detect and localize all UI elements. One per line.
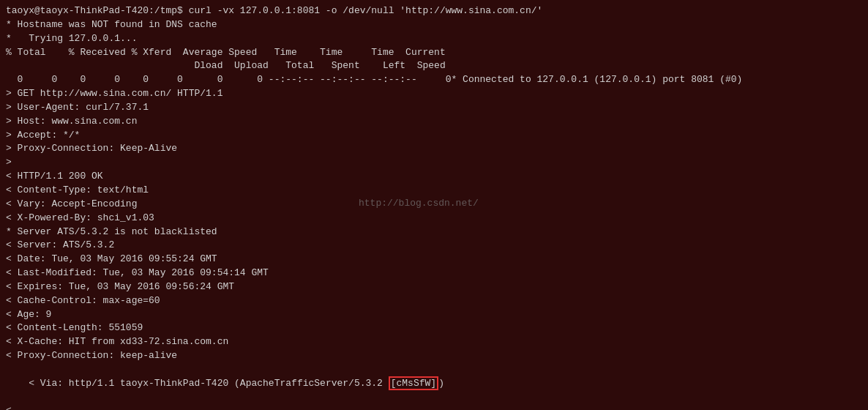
terminal-line: > User-Agent: curl/7.37.1 (6, 101, 862, 115)
terminal-line: < Date: Tue, 03 May 2016 09:55:24 GMT (6, 253, 862, 266)
watermark: http://blog.csdn.net/ (359, 198, 479, 209)
terminal-window: taoyx@taoyx-ThinkPad-T420:/tmp$ curl -vx… (0, 0, 868, 410)
terminal-line: > Accept: */* (6, 129, 862, 143)
terminal-line: 0 0 0 0 0 0 0 0 --:--:-- --:--:-- --:--:… (6, 73, 862, 87)
terminal-line: * Server ATS/5.3.2 is not blacklisted (6, 225, 862, 239)
terminal-line: < Content-Length: 551059 (6, 321, 862, 335)
terminal-line: * Trying 127.0.0.1... (6, 32, 862, 46)
terminal-line: < Age: 9 (6, 308, 862, 322)
terminal-line: < HTTP/1.1 200 OK (6, 170, 862, 184)
via-line-suffix: ) (438, 378, 444, 389)
terminal-line: < Content-Type: text/html (6, 184, 862, 198)
terminal-line: * Hostname was NOT found in DNS cache (6, 18, 862, 32)
terminal-line: < Last-Modified: Tue, 03 May 2016 09:54:… (6, 266, 862, 280)
terminal-line: Dload Upload Total Spent Left Speed (6, 59, 862, 73)
terminal-line: > GET http://www.sina.com.cn/ HTTP/1.1 (6, 87, 862, 101)
terminal-line: < X-Cache: HIT from xd33-72.sina.com.cn (6, 335, 862, 349)
terminal-line: % Total % Received % Xferd Average Speed… (6, 46, 862, 60)
terminal-line: < (6, 404, 862, 410)
highlighted-flags: [cMsSfW] (389, 376, 438, 390)
terminal-line: < Cache-Control: max-age=60 (6, 294, 862, 308)
terminal-line: > (6, 156, 862, 170)
terminal-line: < X-Powered-By: shci_v1.03 (6, 212, 862, 225)
terminal-line: < Proxy-Connection: keep-alive (6, 349, 862, 363)
terminal-line: < Server: ATS/5.3.2 (6, 239, 862, 253)
terminal-line: > Proxy-Connection: Keep-Alive (6, 142, 862, 156)
via-line: < Via: http/1.1 taoyx-ThinkPad-T420 (Apa… (6, 363, 862, 405)
terminal-line: > Host: www.sina.com.cn (6, 115, 862, 129)
terminal-line: < Expires: Tue, 03 May 2016 09:56:24 GMT (6, 280, 862, 294)
terminal-line: taoyx@taoyx-ThinkPad-T420:/tmp$ curl -vx… (6, 4, 862, 18)
via-line-prefix: < Via: http/1.1 taoyx-ThinkPad-T420 (Apa… (29, 378, 388, 389)
